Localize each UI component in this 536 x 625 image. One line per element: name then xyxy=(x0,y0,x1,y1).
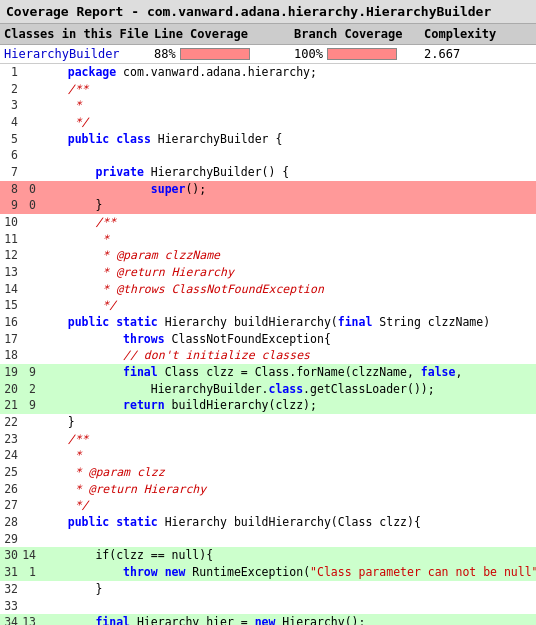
table-row: 3413 final Hierarchy hier = new Hierarch… xyxy=(0,614,536,625)
code-line: public static Hierarchy buildHierarchy(C… xyxy=(38,514,536,531)
code-line: throws ClassNotFoundException{ xyxy=(38,331,536,348)
code-line: HierarchyBuilder.class.getClassLoader())… xyxy=(38,381,536,398)
line-pct: 88% xyxy=(154,47,176,61)
code-line: * @throws ClassNotFoundException xyxy=(38,281,536,298)
hit-count: 2 xyxy=(20,381,38,398)
line-number: 2 xyxy=(0,81,20,98)
table-row: 29 xyxy=(0,531,536,548)
hit-count xyxy=(20,81,38,98)
code-line: * xyxy=(38,231,536,248)
table-row: 90 } xyxy=(0,197,536,214)
line-number: 6 xyxy=(0,147,20,164)
table-row: 14 * @throws ClassNotFoundException xyxy=(0,281,536,298)
table-row: 22 } xyxy=(0,414,536,431)
code-line: /** xyxy=(38,214,536,231)
code-line: * xyxy=(38,97,536,114)
hit-count xyxy=(20,414,38,431)
table-row: 10 /** xyxy=(0,214,536,231)
hit-count xyxy=(20,514,38,531)
line-number: 3 xyxy=(0,97,20,114)
line-number: 15 xyxy=(0,297,20,314)
code-line: } xyxy=(38,414,536,431)
hit-count xyxy=(20,281,38,298)
code-line: public class HierarchyBuilder { xyxy=(38,131,536,148)
line-number: 14 xyxy=(0,281,20,298)
table-row: 11 * xyxy=(0,231,536,248)
code-line: } xyxy=(38,581,536,598)
code-line: private HierarchyBuilder() { xyxy=(38,164,536,181)
complexity-value: 2.667 xyxy=(424,47,460,61)
title-bar: Coverage Report - com.vanward.adana.hier… xyxy=(0,0,536,24)
hit-count xyxy=(20,581,38,598)
hit-count xyxy=(20,297,38,314)
hit-count xyxy=(20,481,38,498)
line-coverage-bar xyxy=(180,48,250,60)
hit-count xyxy=(20,347,38,364)
header-row: Classes in this File Line Coverage Branc… xyxy=(0,24,536,45)
line-number: 9 xyxy=(0,197,20,214)
code-line: super(); xyxy=(38,181,536,198)
code-line: throw new RuntimeException("Class parame… xyxy=(38,564,536,581)
table-row: 18 // don't initialize classes xyxy=(0,347,536,364)
table-row: 26 * @return Hierarchy xyxy=(0,481,536,498)
code-line: */ xyxy=(38,114,536,131)
code-section: 1 package com.vanward.adana.hierarchy;2 … xyxy=(0,64,536,625)
table-row: 311 throw new RuntimeException("Class pa… xyxy=(0,564,536,581)
line-number: 31 xyxy=(0,564,20,581)
table-row: 80 super(); xyxy=(0,181,536,198)
hit-count: 1 xyxy=(20,564,38,581)
hit-count xyxy=(20,497,38,514)
code-line: * @param clzz xyxy=(38,464,536,481)
code-line: * xyxy=(38,447,536,464)
hit-count xyxy=(20,97,38,114)
line-number: 10 xyxy=(0,214,20,231)
header-complex: Complexity xyxy=(424,27,524,41)
code-line: * @return Hierarchy xyxy=(38,264,536,281)
table-row: 24 * xyxy=(0,447,536,464)
hit-count xyxy=(20,64,38,81)
table-row: 28 public static Hierarchy buildHierarch… xyxy=(0,514,536,531)
summary-row: HierarchyBuilder 88% 100% 2.667 xyxy=(0,45,536,64)
line-number: 22 xyxy=(0,414,20,431)
table-row: 202 HierarchyBuilder.class.getClassLoade… xyxy=(0,381,536,398)
code-line: } xyxy=(38,197,536,214)
table-row: 4 */ xyxy=(0,114,536,131)
line-number: 1 xyxy=(0,64,20,81)
table-row: 17 throws ClassNotFoundException{ xyxy=(0,331,536,348)
hit-count: 0 xyxy=(20,181,38,198)
code-line: final Hierarchy hier = new Hierarchy(); xyxy=(38,614,536,625)
table-row: 5 public class HierarchyBuilder { xyxy=(0,131,536,148)
table-row: 27 */ xyxy=(0,497,536,514)
code-line xyxy=(38,147,536,164)
code-line: return buildHierarchy(clzz); xyxy=(38,397,536,414)
header-line: Line Coverage xyxy=(154,27,294,41)
hit-count xyxy=(20,247,38,264)
table-row: 6 xyxy=(0,147,536,164)
line-number: 12 xyxy=(0,247,20,264)
line-number: 24 xyxy=(0,447,20,464)
line-number: 25 xyxy=(0,464,20,481)
hit-count xyxy=(20,164,38,181)
page-title: Coverage Report - com.vanward.adana.hier… xyxy=(6,4,491,19)
table-row: 13 * @return Hierarchy xyxy=(0,264,536,281)
hit-count xyxy=(20,598,38,615)
hit-count xyxy=(20,114,38,131)
line-number: 18 xyxy=(0,347,20,364)
header-file: Classes in this File xyxy=(4,27,154,41)
hit-count xyxy=(20,331,38,348)
code-line: */ xyxy=(38,297,536,314)
line-number: 34 xyxy=(0,614,20,625)
table-row: 219 return buildHierarchy(clzz); xyxy=(0,397,536,414)
code-line xyxy=(38,531,536,548)
code-line: // don't initialize classes xyxy=(38,347,536,364)
code-line: if(clzz == null){ xyxy=(38,547,536,564)
code-line: public static Hierarchy buildHierarchy(f… xyxy=(38,314,536,331)
table-row: 15 */ xyxy=(0,297,536,314)
code-line: package com.vanward.adana.hierarchy; xyxy=(38,64,536,81)
line-number: 26 xyxy=(0,481,20,498)
file-link[interactable]: HierarchyBuilder xyxy=(4,47,120,61)
line-number: 8 xyxy=(0,181,20,198)
line-number: 11 xyxy=(0,231,20,248)
line-number: 5 xyxy=(0,131,20,148)
line-number: 13 xyxy=(0,264,20,281)
